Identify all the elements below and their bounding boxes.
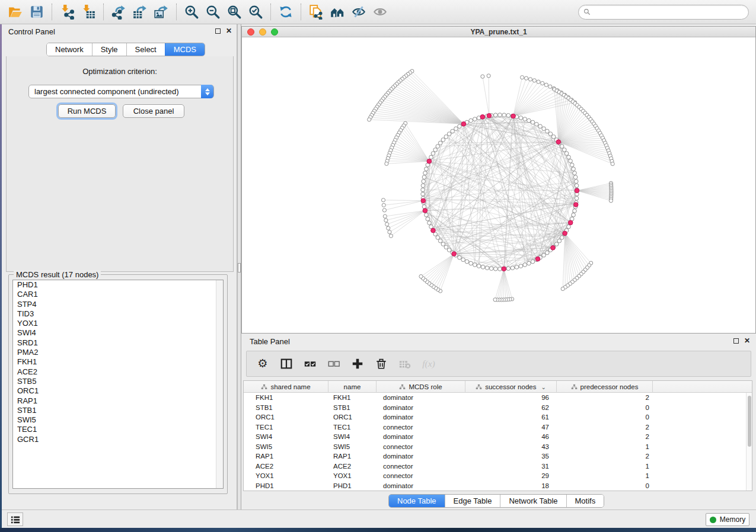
tab-node-table[interactable]: Node Table bbox=[389, 495, 445, 507]
sitemap-icon bbox=[399, 384, 406, 390]
search-box[interactable] bbox=[578, 5, 749, 20]
scrollbar-thumb[interactable] bbox=[748, 396, 751, 447]
close-panel-icon[interactable]: ✕ bbox=[226, 28, 232, 34]
tab-style[interactable]: Style bbox=[92, 43, 126, 56]
sitemap-icon bbox=[261, 384, 267, 390]
zoom-in-button[interactable] bbox=[181, 2, 202, 21]
toolbar-separator bbox=[176, 4, 177, 20]
criterion-select[interactable]: largest connected component (undirected) bbox=[28, 85, 214, 98]
cell-shared-name: SWI4 bbox=[244, 433, 328, 440]
column-header-shared-name[interactable]: shared name bbox=[244, 381, 328, 393]
column-header-successor-nodes[interactable]: successor nodes⌄ bbox=[465, 381, 557, 393]
cell-name: SWI5 bbox=[328, 443, 377, 450]
cell-name: FKH1 bbox=[328, 394, 377, 401]
deselect-all-icon bbox=[327, 357, 340, 370]
search-input[interactable] bbox=[594, 8, 744, 17]
new-network-from-selection-button[interactable] bbox=[305, 2, 327, 21]
table-scrollbar[interactable] bbox=[746, 393, 752, 491]
add-row-button[interactable] bbox=[350, 356, 365, 371]
table-row[interactable]: STB1STB1dominator620 bbox=[244, 403, 746, 413]
table-row[interactable]: ACE2ACE2connector311 bbox=[244, 462, 746, 472]
close-panel-icon[interactable]: ✕ bbox=[744, 338, 750, 344]
tab-network-table[interactable]: Network Table bbox=[500, 495, 566, 507]
criterion-selected-value: largest connected component (undirected) bbox=[34, 87, 179, 96]
export-table-button[interactable] bbox=[129, 2, 151, 21]
toolbar-separator bbox=[270, 4, 271, 20]
mcds-result-item[interactable]: STP4 bbox=[13, 300, 223, 309]
float-panel-icon[interactable] bbox=[733, 338, 739, 344]
hide-graphics-details-button[interactable] bbox=[348, 2, 369, 21]
mcds-result-item[interactable]: TEC1 bbox=[13, 425, 223, 434]
network-view-titlebar[interactable]: YPA_prune.txt_1 bbox=[242, 27, 755, 37]
close-panel-button[interactable]: Close panel bbox=[123, 104, 184, 118]
import-table-icon bbox=[81, 4, 96, 20]
table-row[interactable]: TEC1TEC1connector472 bbox=[244, 422, 746, 432]
delete-row-icon bbox=[375, 357, 388, 370]
table-row[interactable]: ORC1ORC1dominator610 bbox=[244, 412, 746, 422]
delete-row-button[interactable] bbox=[374, 356, 389, 371]
table-row[interactable]: SWI5SWI5connector431 bbox=[244, 442, 746, 452]
control-panel-header: Control Panel ✕ bbox=[2, 24, 237, 39]
cell-name: TEC1 bbox=[328, 424, 377, 431]
mcds-result-item[interactable]: YOX1 bbox=[13, 319, 223, 328]
mcds-result-item[interactable]: PHD1 bbox=[13, 280, 223, 290]
mcds-result-item[interactable]: FKH1 bbox=[13, 357, 223, 367]
network-canvas[interactable] bbox=[242, 37, 755, 333]
open-session-button[interactable] bbox=[5, 2, 26, 21]
mcds-result-item[interactable]: TID3 bbox=[13, 309, 223, 319]
tab-select[interactable]: Select bbox=[126, 43, 165, 56]
cell-successor-nodes: 31 bbox=[465, 463, 557, 470]
mcds-result-item[interactable]: ORC1 bbox=[13, 386, 223, 396]
splitter-handle[interactable] bbox=[238, 263, 241, 273]
import-network-button[interactable] bbox=[56, 2, 78, 21]
tab-edge-table[interactable]: Edge Table bbox=[445, 495, 500, 507]
zoom-out-button[interactable] bbox=[202, 2, 224, 21]
save-session-button[interactable] bbox=[26, 2, 47, 21]
mcds-result-item[interactable]: SWI4 bbox=[13, 328, 223, 338]
column-header-name[interactable]: name bbox=[328, 381, 377, 393]
cell-shared-name: TEC1 bbox=[244, 424, 328, 431]
mcds-result-item[interactable]: GCR1 bbox=[13, 435, 223, 444]
mcds-result-item[interactable]: SWI5 bbox=[13, 415, 223, 425]
network-view-frame: YPA_prune.txt_1 bbox=[241, 26, 756, 334]
apply-layout-button[interactable] bbox=[275, 2, 296, 21]
mcds-result-item[interactable]: ACE2 bbox=[13, 367, 223, 377]
run-mcds-button[interactable]: Run MCDS bbox=[58, 104, 116, 118]
gear-button[interactable]: ⚙ bbox=[255, 356, 270, 371]
mcds-result-list[interactable]: PHD1CAR1STP4TID3YOX1SWI4SRD1PMA2FKH1ACE2… bbox=[12, 280, 224, 489]
column-header-MCDS-role[interactable]: MCDS role bbox=[377, 381, 465, 393]
export-network-button[interactable] bbox=[108, 2, 129, 21]
tab-motifs[interactable]: Motifs bbox=[566, 495, 604, 507]
select-all-button[interactable] bbox=[302, 356, 318, 371]
tab-mcds[interactable]: MCDS bbox=[165, 43, 205, 56]
table-row[interactable]: FKH1FKH1dominator962 bbox=[244, 393, 746, 403]
import-table-button[interactable] bbox=[78, 2, 99, 21]
table-row[interactable]: PHD1PHD1dominator180 bbox=[244, 481, 746, 491]
mcds-result-item[interactable]: PMA2 bbox=[13, 348, 223, 357]
mcds-result-item[interactable]: RAP1 bbox=[13, 396, 223, 406]
mcds-result-item[interactable]: STB1 bbox=[13, 406, 223, 415]
export-image-button[interactable] bbox=[151, 2, 172, 21]
mcds-result-item[interactable]: STB5 bbox=[13, 377, 223, 386]
table-row[interactable]: SWI4SWI4dominator462 bbox=[244, 432, 746, 442]
table-row[interactable]: YOX1YOX1connector291 bbox=[244, 471, 746, 481]
zoom-selected-button[interactable] bbox=[245, 2, 266, 21]
deselect-all-button[interactable] bbox=[326, 356, 342, 371]
table-row[interactable]: RAP1RAP1dominator352 bbox=[244, 451, 746, 462]
mcds-result-item[interactable]: SRD1 bbox=[13, 338, 223, 348]
tab-network[interactable]: Network bbox=[47, 43, 92, 56]
float-panel-icon[interactable] bbox=[215, 28, 221, 34]
mcds-result-item[interactable]: CAR1 bbox=[13, 290, 223, 299]
columns-button[interactable] bbox=[279, 356, 294, 371]
houses-button[interactable] bbox=[327, 2, 348, 21]
show-graphics-details-button[interactable] bbox=[369, 2, 391, 21]
apply-layout-icon bbox=[278, 4, 294, 20]
task-history-button[interactable] bbox=[7, 512, 23, 526]
vertical-splitter[interactable] bbox=[237, 24, 241, 509]
zoom-fit-button[interactable] bbox=[224, 2, 245, 21]
cell-shared-name: ORC1 bbox=[244, 414, 328, 421]
memory-button[interactable]: Memory bbox=[706, 513, 749, 526]
column-header-predecessor-nodes[interactable]: predecessor nodes bbox=[557, 381, 653, 393]
mcds-list-scrollbar[interactable] bbox=[216, 280, 223, 488]
cell-successor-nodes: 18 bbox=[465, 482, 557, 489]
